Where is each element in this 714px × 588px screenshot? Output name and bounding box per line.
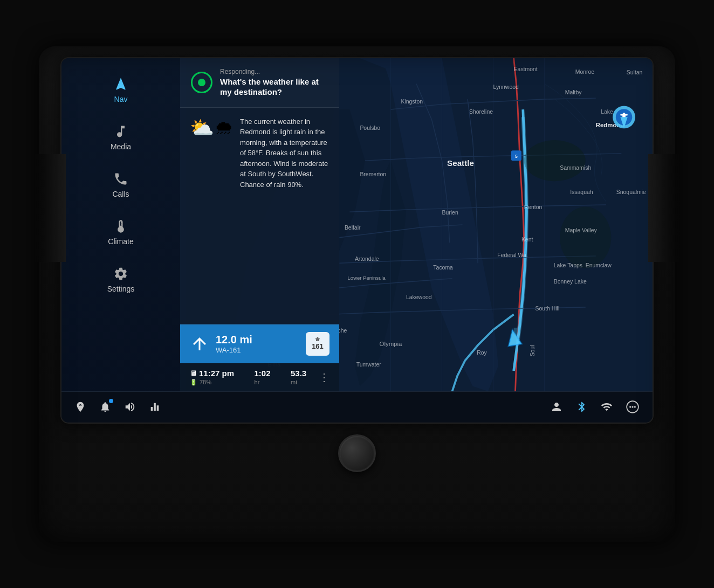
svg-text:Sammamish: Sammamish <box>560 165 591 171</box>
trip-arrival: 🖥 11:27 pm 🔋 78% <box>190 369 234 386</box>
svg-text:Snoqualmie: Snoqualmie <box>616 189 646 195</box>
svg-text:Eastmont: Eastmont <box>514 66 538 72</box>
svg-text:Poulsbo: Poulsbo <box>360 125 380 131</box>
bluetooth-icon[interactable] <box>576 401 588 413</box>
screen-main: Nav Media Calls <box>61 58 653 391</box>
overlay-panel: Responding... What's the weather like at… <box>180 58 339 391</box>
svg-point-50 <box>634 406 636 407</box>
trip-duration: 1:02 hr <box>255 369 271 385</box>
trip-battery: 🔋 78% <box>190 379 234 386</box>
svg-text:Belfair: Belfair <box>345 225 361 231</box>
signal-icon[interactable] <box>601 401 613 413</box>
svg-text:Tacoma: Tacoma <box>433 264 453 270</box>
voice-question: What's the weather like at my destinatio… <box>220 77 328 98</box>
nav-icon <box>113 77 128 92</box>
sidebar-label-media: Media <box>111 142 131 151</box>
voice-dot <box>198 79 205 86</box>
sidebar-item-media[interactable]: Media <box>61 116 180 158</box>
nav-badge: 🛣 161 <box>306 332 329 356</box>
trip-distance: 53.3 mi <box>291 369 306 385</box>
settings-icon <box>113 266 128 281</box>
svg-point-48 <box>629 406 631 407</box>
media-icon <box>113 124 128 139</box>
svg-text:Issaquah: Issaquah <box>570 189 593 195</box>
svg-point-2 <box>560 206 611 268</box>
knob-container <box>338 434 376 472</box>
svg-text:Lake: Lake <box>601 108 613 114</box>
svg-text:Seattle: Seattle <box>447 158 474 167</box>
svg-text:Maltby: Maltby <box>565 89 582 95</box>
climate-icon <box>113 219 128 234</box>
svg-text:Roy: Roy <box>477 349 487 355</box>
weather-icon: ⛅🌧 <box>190 116 234 139</box>
voice-panel: Responding... What's the weather like at… <box>180 58 339 108</box>
trip-distance-unit: mi <box>291 379 306 385</box>
trip-more-button[interactable]: ⋮ <box>319 371 329 384</box>
svg-text:Bremerton: Bremerton <box>360 171 386 177</box>
trip-arrival-time: 🖥 11:27 pm <box>190 369 234 378</box>
sidebar: Nav Media Calls <box>61 58 180 391</box>
equalizer-icon[interactable] <box>149 401 161 413</box>
svg-text:Burien: Burien <box>442 209 458 215</box>
nav-distance: 12.0 mi <box>216 334 299 346</box>
weather-panel: ⛅🌧 The current weather in Redmond is lig… <box>180 108 339 324</box>
voice-text: Responding... What's the weather like at… <box>220 68 328 98</box>
screen-container: Nav Media Calls <box>60 57 654 424</box>
sidebar-label-settings: Settings <box>107 285 135 293</box>
svg-text:Lower Peninsula: Lower Peninsula <box>348 274 386 280</box>
sidebar-label-climate: Climate <box>108 237 133 246</box>
volume-icon[interactable] <box>124 401 136 413</box>
control-knob[interactable] <box>338 434 376 472</box>
sidebar-label-calls: Calls <box>112 190 129 198</box>
weather-content: ⛅🌧 The current weather in Redmond is lig… <box>190 116 329 190</box>
svg-text:Lake Tapps: Lake Tapps <box>554 262 582 268</box>
svg-text:Lakewood: Lakewood <box>406 294 432 300</box>
svg-text:Kingston: Kingston <box>401 98 423 104</box>
svg-text:Shoreline: Shoreline <box>469 108 493 114</box>
svg-text:5: 5 <box>515 154 518 159</box>
sidebar-item-nav[interactable]: Nav <box>61 69 180 111</box>
svg-text:Enumclaw: Enumclaw <box>586 262 612 268</box>
svg-point-1 <box>524 140 586 181</box>
map-area: Eastmont Monroe Sultan Lynnwood Maltby K… <box>180 58 653 391</box>
nav-instruction: 12.0 mi WA-161 🛣 161 <box>180 324 339 363</box>
svg-text:South Hill: South Hill <box>536 305 560 311</box>
svg-text:Monroe: Monroe <box>575 68 595 74</box>
nav-arrow-icon <box>190 334 209 354</box>
svg-text:Olympia: Olympia <box>380 341 402 347</box>
right-vent <box>648 154 681 262</box>
nav-badge-icon: 🛣 <box>315 337 320 342</box>
trip-distance-value: 53.3 <box>291 369 306 378</box>
calls-icon <box>113 171 128 186</box>
status-bar-right <box>550 400 640 414</box>
svg-text:Tumwater: Tumwater <box>356 362 382 368</box>
sidebar-item-settings[interactable]: Settings <box>61 259 180 301</box>
trip-duration-unit: hr <box>255 379 271 385</box>
sidebar-label-nav: Nav <box>114 95 128 103</box>
nav-road: WA-161 <box>216 346 299 354</box>
trip-bar: 🖥 11:27 pm 🔋 78% 1:02 hr <box>180 363 339 391</box>
weather-description: The current weather in Redmond is light … <box>240 116 329 190</box>
voice-icon <box>191 72 212 93</box>
more-icon[interactable] <box>626 400 640 414</box>
notification-icon[interactable] <box>99 401 111 413</box>
sidebar-item-calls[interactable]: Calls <box>61 164 180 206</box>
car-frame: Nav Media Calls <box>39 46 675 542</box>
svg-text:Lynnwood: Lynnwood <box>493 84 519 90</box>
nav-details: 12.0 mi WA-161 <box>216 334 299 354</box>
left-vent <box>33 154 66 262</box>
svg-text:Bonney Lake: Bonney Lake <box>554 279 587 285</box>
svg-text:Artondale: Artondale <box>355 255 379 261</box>
profile-icon[interactable] <box>550 400 563 413</box>
status-bar <box>61 391 653 423</box>
voice-status: Responding... <box>220 68 328 75</box>
gps-icon[interactable] <box>74 401 86 413</box>
svg-text:Sultan: Sultan <box>627 70 643 75</box>
trip-duration-value: 1:02 <box>255 369 271 378</box>
status-bar-left <box>74 401 161 413</box>
svg-text:Soul: Soul <box>530 345 536 356</box>
nav-badge-number: 161 <box>312 342 324 350</box>
svg-point-49 <box>631 406 633 407</box>
sidebar-item-climate[interactable]: Climate <box>61 211 180 253</box>
svg-text:Maple Valley: Maple Valley <box>565 227 598 233</box>
